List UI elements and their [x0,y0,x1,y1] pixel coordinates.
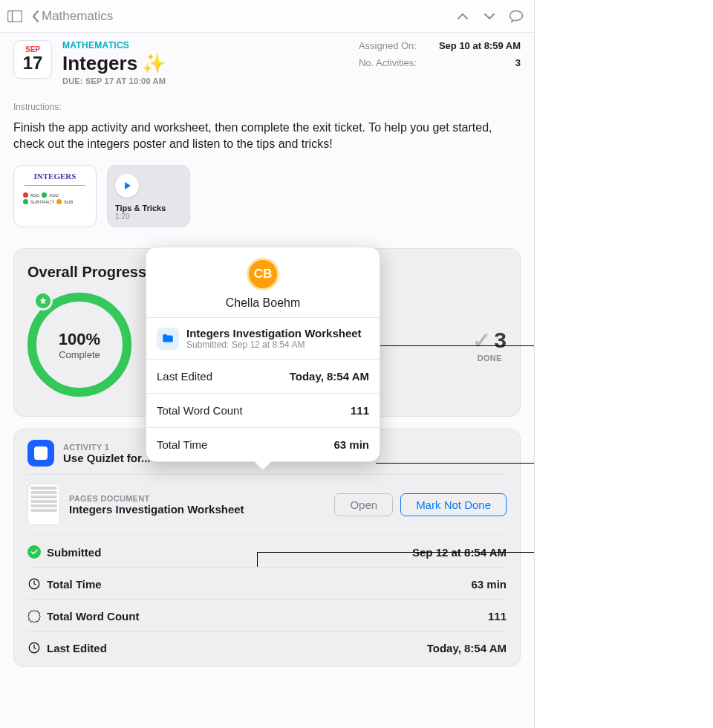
folder-icon [157,328,179,350]
stat-done-label: DONE [478,354,502,363]
subject-label: MATHEMATICS [62,40,166,51]
avatar: CB [247,258,279,290]
popover-last-edited: Last Edited Today, 8:54 AM [146,360,380,394]
assignment-title: Integers ✨ [62,52,166,75]
clock-icon [27,577,41,591]
chevron-down-icon[interactable] [479,6,500,27]
metric-last-edited: Last Edited Today, 8:54 AM [27,631,507,663]
assigned-on-label: Assigned On: [359,40,417,51]
progress-percent-label: Complete [59,349,100,360]
popover-file-row[interactable]: Integers Investigation Worksheet Submitt… [146,318,380,360]
badge-icon [27,609,41,623]
chevron-up-icon[interactable] [452,6,473,27]
document-thumbnail[interactable] [27,484,60,525]
popover-word-count: Total Word Count 111 [146,394,380,428]
callout-line [376,463,535,464]
calendar-day: 17 [23,53,43,73]
callout-line [257,552,258,567]
callout-line [257,552,535,553]
checkmark-icon: ✓ [472,328,491,354]
student-name: Chella Boehm [226,296,301,310]
play-icon[interactable] [115,174,139,198]
due-label: DUE: SEP 17 AT 10:00 AM [62,77,166,85]
attachment-poster[interactable]: INTEGERS ADD ADD SUBTRACT SUB [13,165,97,227]
mark-not-done-button[interactable]: Mark Not Done [400,493,507,516]
calendar-chip: SEP 17 [13,40,52,79]
back-button[interactable]: Mathematics [31,9,113,24]
metric-total-time: Total Time 63 min [27,568,507,599]
callout-line [376,345,535,346]
quizlet-icon [27,440,54,467]
assigned-on-value: Sep 10 at 8:59 AM [439,40,521,51]
topbar: Mathematics [0,0,534,33]
popover-file-title: Integers Investigation Worksheet [186,327,362,339]
audio-duration: 1:20 [115,212,129,221]
document-row: PAGES DOCUMENT Integers Investigation Wo… [27,474,507,536]
activities-count-value: 3 [439,57,521,68]
activity-label: ACTIVITY 1 [63,443,151,452]
instructions-label: Instructions: [13,102,521,112]
sidebar-toggle-icon[interactable] [4,6,25,27]
popover-total-time: Total Time 63 min [146,428,380,461]
back-label: Mathematics [42,9,113,24]
check-circle-icon [27,545,41,559]
assignment-meta: Assigned On: Sep 10 at 8:59 AM No. Activ… [359,40,521,68]
activity-title: Use Quizlet for... [63,452,151,464]
metric-word-count: Total Word Count 111 [27,599,507,631]
svg-rect-0 [8,10,22,22]
instructions-text: Finish the app activity and worksheet, t… [13,120,521,152]
poster-title: INTEGERS [34,172,76,181]
open-button[interactable]: Open [334,493,393,516]
activities-count-label: No. Activities: [359,57,417,68]
popover-file-subtitle: Submitted: Sep 12 at 8:54 AM [186,339,362,350]
attachment-audio[interactable]: Tips & Tricks 1:20 [107,165,190,227]
clock-icon [27,641,41,654]
chat-icon[interactable] [506,6,527,27]
progress-percent: 100% [59,330,100,349]
sparkles-icon: ✨ [142,52,166,75]
student-popover: CB Chella Boehm Integers Investigation W… [146,247,380,462]
document-type-label: PAGES DOCUMENT [69,494,244,503]
progress-ring: 100% Complete [27,293,131,397]
audio-title: Tips & Tricks [115,204,166,212]
document-title: Integers Investigation Worksheet [69,503,244,516]
